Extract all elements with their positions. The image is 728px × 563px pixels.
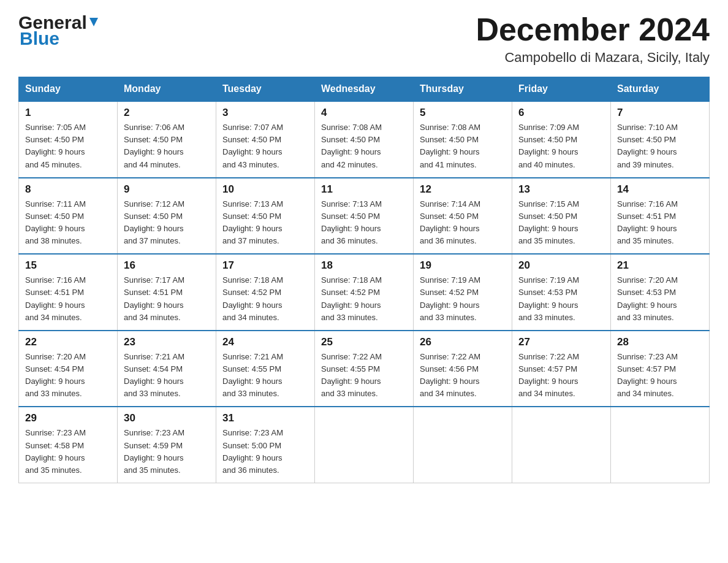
empty-cell xyxy=(414,407,512,483)
day-number: 5 xyxy=(420,107,506,119)
day-number: 9 xyxy=(124,183,210,196)
calendar-day-cell: 22Sunrise: 7:20 AMSunset: 4:54 PMDayligh… xyxy=(19,331,118,407)
day-info: Sunrise: 7:10 AMSunset: 4:50 PMDaylight:… xyxy=(617,121,703,171)
day-info: Sunrise: 7:19 AMSunset: 4:53 PMDaylight:… xyxy=(518,274,604,324)
calendar-day-cell: 27Sunrise: 7:22 AMSunset: 4:57 PMDayligh… xyxy=(512,331,611,407)
logo: General Blue xyxy=(18,12,100,49)
day-number: 28 xyxy=(617,336,703,348)
calendar-day-cell: 15Sunrise: 7:16 AMSunset: 4:51 PMDayligh… xyxy=(19,254,118,331)
day-number: 12 xyxy=(420,183,506,196)
day-info: Sunrise: 7:14 AMSunset: 4:50 PMDaylight:… xyxy=(420,198,506,248)
calendar-day-cell: 11Sunrise: 7:13 AMSunset: 4:50 PMDayligh… xyxy=(315,178,414,255)
day-info: Sunrise: 7:08 AMSunset: 4:50 PMDaylight:… xyxy=(321,121,407,171)
day-number: 13 xyxy=(518,183,604,196)
calendar-day-cell: 5Sunrise: 7:08 AMSunset: 4:50 PMDaylight… xyxy=(414,101,512,178)
day-info: Sunrise: 7:22 AMSunset: 4:56 PMDaylight:… xyxy=(420,351,506,400)
day-number: 31 xyxy=(222,412,308,424)
day-number: 14 xyxy=(617,183,703,196)
calendar-week-row: 15Sunrise: 7:16 AMSunset: 4:51 PMDayligh… xyxy=(19,254,710,331)
day-info: Sunrise: 7:15 AMSunset: 4:50 PMDaylight:… xyxy=(518,198,604,248)
calendar-day-cell: 17Sunrise: 7:18 AMSunset: 4:52 PMDayligh… xyxy=(216,254,315,331)
logo-triangle-icon xyxy=(87,15,100,29)
day-header-tuesday: Tuesday xyxy=(216,77,315,102)
day-info: Sunrise: 7:23 AMSunset: 4:57 PMDaylight:… xyxy=(617,351,703,400)
calendar-day-cell: 12Sunrise: 7:14 AMSunset: 4:50 PMDayligh… xyxy=(414,178,512,255)
page-header: General Blue December 2024 Campobello di… xyxy=(18,12,710,66)
day-number: 22 xyxy=(25,336,111,348)
day-info: Sunrise: 7:19 AMSunset: 4:52 PMDaylight:… xyxy=(420,274,506,324)
day-number: 23 xyxy=(124,336,210,348)
day-header-thursday: Thursday xyxy=(414,77,512,102)
calendar-day-cell: 20Sunrise: 7:19 AMSunset: 4:53 PMDayligh… xyxy=(512,254,611,331)
calendar-day-cell: 6Sunrise: 7:09 AMSunset: 4:50 PMDaylight… xyxy=(512,101,611,178)
day-info: Sunrise: 7:23 AMSunset: 4:59 PMDaylight:… xyxy=(124,427,210,477)
svg-marker-0 xyxy=(89,18,98,26)
calendar-week-row: 22Sunrise: 7:20 AMSunset: 4:54 PMDayligh… xyxy=(19,331,710,407)
day-number: 18 xyxy=(321,259,407,272)
day-info: Sunrise: 7:22 AMSunset: 4:57 PMDaylight:… xyxy=(518,351,604,400)
day-header-monday: Monday xyxy=(118,77,216,102)
day-info: Sunrise: 7:16 AMSunset: 4:51 PMDaylight:… xyxy=(617,198,703,248)
day-info: Sunrise: 7:13 AMSunset: 4:50 PMDaylight:… xyxy=(321,198,407,248)
day-header-saturday: Saturday xyxy=(611,77,710,102)
day-number: 19 xyxy=(420,259,506,272)
day-info: Sunrise: 7:22 AMSunset: 4:55 PMDaylight:… xyxy=(321,351,407,400)
day-info: Sunrise: 7:13 AMSunset: 4:50 PMDaylight:… xyxy=(222,198,308,248)
calendar-week-row: 1Sunrise: 7:05 AMSunset: 4:50 PMDaylight… xyxy=(19,101,710,178)
calendar-day-cell: 29Sunrise: 7:23 AMSunset: 4:58 PMDayligh… xyxy=(19,407,118,483)
day-header-wednesday: Wednesday xyxy=(315,77,414,102)
day-number: 20 xyxy=(518,259,604,272)
day-info: Sunrise: 7:08 AMSunset: 4:50 PMDaylight:… xyxy=(420,121,506,171)
day-info: Sunrise: 7:21 AMSunset: 4:55 PMDaylight:… xyxy=(222,351,308,400)
calendar-day-cell: 18Sunrise: 7:18 AMSunset: 4:52 PMDayligh… xyxy=(315,254,414,331)
calendar-day-cell: 1Sunrise: 7:05 AMSunset: 4:50 PMDaylight… xyxy=(19,101,118,178)
day-info: Sunrise: 7:17 AMSunset: 4:51 PMDaylight:… xyxy=(124,274,210,324)
day-number: 8 xyxy=(25,183,111,196)
day-number: 2 xyxy=(124,107,210,119)
day-number: 24 xyxy=(222,336,308,348)
empty-cell xyxy=(512,407,611,483)
calendar-day-cell: 4Sunrise: 7:08 AMSunset: 4:50 PMDaylight… xyxy=(315,101,414,178)
calendar-day-cell: 24Sunrise: 7:21 AMSunset: 4:55 PMDayligh… xyxy=(216,331,315,407)
day-number: 15 xyxy=(25,259,111,272)
day-info: Sunrise: 7:06 AMSunset: 4:50 PMDaylight:… xyxy=(124,121,210,171)
day-number: 10 xyxy=(222,183,308,196)
calendar-week-row: 8Sunrise: 7:11 AMSunset: 4:50 PMDaylight… xyxy=(19,178,710,255)
calendar-day-cell: 25Sunrise: 7:22 AMSunset: 4:55 PMDayligh… xyxy=(315,331,414,407)
day-info: Sunrise: 7:18 AMSunset: 4:52 PMDaylight:… xyxy=(321,274,407,324)
title-block: December 2024 Campobello di Mazara, Sici… xyxy=(476,12,710,66)
day-info: Sunrise: 7:21 AMSunset: 4:54 PMDaylight:… xyxy=(124,351,210,400)
day-info: Sunrise: 7:16 AMSunset: 4:51 PMDaylight:… xyxy=(25,274,111,324)
empty-cell xyxy=(611,407,710,483)
day-info: Sunrise: 7:05 AMSunset: 4:50 PMDaylight:… xyxy=(25,121,111,171)
calendar-day-cell: 21Sunrise: 7:20 AMSunset: 4:53 PMDayligh… xyxy=(611,254,710,331)
day-info: Sunrise: 7:23 AMSunset: 4:58 PMDaylight:… xyxy=(25,427,111,477)
calendar-day-cell: 9Sunrise: 7:12 AMSunset: 4:50 PMDaylight… xyxy=(118,178,216,255)
calendar-day-cell: 31Sunrise: 7:23 AMSunset: 5:00 PMDayligh… xyxy=(216,407,315,483)
day-number: 21 xyxy=(617,259,703,272)
day-number: 7 xyxy=(617,107,703,119)
day-number: 16 xyxy=(124,259,210,272)
calendar-day-cell: 8Sunrise: 7:11 AMSunset: 4:50 PMDaylight… xyxy=(19,178,118,255)
month-title: December 2024 xyxy=(476,12,710,47)
calendar-day-cell: 23Sunrise: 7:21 AMSunset: 4:54 PMDayligh… xyxy=(118,331,216,407)
calendar-day-cell: 28Sunrise: 7:23 AMSunset: 4:57 PMDayligh… xyxy=(611,331,710,407)
day-number: 3 xyxy=(222,107,308,119)
day-number: 4 xyxy=(321,107,407,119)
calendar-table: SundayMondayTuesdayWednesdayThursdayFrid… xyxy=(18,77,710,483)
calendar-week-row: 29Sunrise: 7:23 AMSunset: 4:58 PMDayligh… xyxy=(19,407,710,483)
calendar-day-cell: 30Sunrise: 7:23 AMSunset: 4:59 PMDayligh… xyxy=(118,407,216,483)
calendar-day-cell: 19Sunrise: 7:19 AMSunset: 4:52 PMDayligh… xyxy=(414,254,512,331)
calendar-day-cell: 10Sunrise: 7:13 AMSunset: 4:50 PMDayligh… xyxy=(216,178,315,255)
day-number: 26 xyxy=(420,336,506,348)
day-number: 6 xyxy=(518,107,604,119)
calendar-header-row: SundayMondayTuesdayWednesdayThursdayFrid… xyxy=(19,77,710,102)
day-info: Sunrise: 7:23 AMSunset: 5:00 PMDaylight:… xyxy=(222,427,308,477)
day-number: 17 xyxy=(222,259,308,272)
calendar-day-cell: 26Sunrise: 7:22 AMSunset: 4:56 PMDayligh… xyxy=(414,331,512,407)
day-number: 1 xyxy=(25,107,111,119)
calendar-day-cell: 16Sunrise: 7:17 AMSunset: 4:51 PMDayligh… xyxy=(118,254,216,331)
calendar-day-cell: 2Sunrise: 7:06 AMSunset: 4:50 PMDaylight… xyxy=(118,101,216,178)
day-info: Sunrise: 7:07 AMSunset: 4:50 PMDaylight:… xyxy=(222,121,308,171)
day-info: Sunrise: 7:11 AMSunset: 4:50 PMDaylight:… xyxy=(25,198,111,248)
